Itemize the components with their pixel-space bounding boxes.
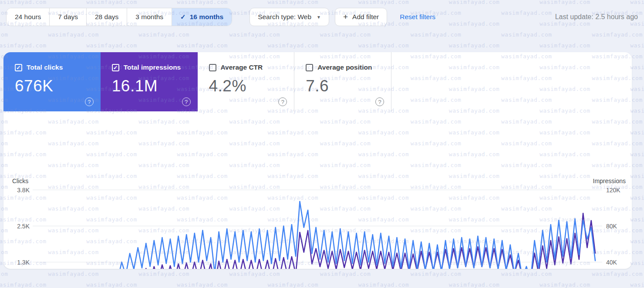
chip-label: 16 months [190,13,224,21]
metric-label: Total clicks [27,64,63,71]
date-range-chip-7-days[interactable]: 7 days [50,8,87,26]
left-tick-label: 2.5K [9,222,30,230]
chevron-down-icon: ▼ [317,15,321,20]
checkbox-average-ctr[interactable] [209,64,216,71]
plus-icon: + [343,12,348,22]
help-icon[interactable]: ? [278,97,287,106]
metric-value: 16.1M [112,77,198,95]
help-icon[interactable]: ? [182,97,191,106]
metric-label: Total impressions [124,64,181,71]
metric-card-average-position[interactable]: Average position 7.6 ? [294,52,391,111]
checkbox-average-position[interactable] [306,64,313,71]
date-range-chip-24-hours[interactable]: 24 hours [7,8,50,26]
last-update-text: Last update: 2.5 hours ago [555,13,638,21]
left-axis-title: Clicks [12,177,28,184]
toolbar: 24 hours 7 days 28 days 3 months ✓ 16 mo… [6,8,638,26]
chip-label: 7 days [58,13,78,21]
performance-panel: ✓ Total clicks 676K ? ✓ Total impression… [3,52,632,269]
right-tick-label: 40K [606,258,629,266]
left-tick-label: 3.8K [9,186,30,194]
reset-filters-link[interactable]: Reset filters [400,13,435,21]
metric-card-total-clicks[interactable]: ✓ Total clicks 676K ? [3,52,101,111]
right-tick-label: 80K [606,222,629,230]
left-tick-label: 1.3K [9,258,30,266]
metric-value: 676K [15,77,101,95]
add-filter-label: Add filter [352,13,379,21]
chip-label: 3 months [135,13,163,21]
chip-label: 28 days [95,13,118,21]
date-range-chip-group: 24 hours 7 days 28 days 3 months ✓ 16 mo… [6,8,232,26]
date-range-chip-3-months[interactable]: 3 months [127,8,172,26]
chip-label: 24 hours [15,13,41,21]
checkbox-total-impressions[interactable]: ✓ [112,64,119,71]
check-icon: ✓ [180,13,186,21]
performance-chart: Clicks Impressions 3.8K 2.5K 1.3K 0 120K… [3,111,632,269]
checkbox-total-clicks[interactable]: ✓ [15,64,22,71]
metric-value: 7.6 [306,77,391,95]
chart-plot [33,189,603,269]
right-axis-title: Impressions [593,177,626,184]
metric-label: Average CTR [221,64,263,71]
search-type-dropdown[interactable]: Search type: Web ▼ [250,8,329,26]
metric-value: 4.2% [209,77,294,95]
help-icon[interactable]: ? [85,97,94,106]
date-range-chip-16-months[interactable]: ✓ 16 months [172,8,232,26]
metric-card-average-ctr[interactable]: Average CTR 4.2% ? [198,52,295,111]
right-tick-label: 120K [606,186,629,194]
metric-label: Average position [317,64,372,71]
date-range-chip-28-days[interactable]: 28 days [87,8,127,26]
help-icon[interactable]: ? [375,97,384,106]
metric-row: ✓ Total clicks 676K ? ✓ Total impression… [3,52,632,111]
search-type-label: Search type: Web [258,13,311,21]
add-filter-button[interactable]: + Add filter [335,8,387,26]
metric-card-total-impressions[interactable]: ✓ Total impressions 16.1M ? [101,52,198,111]
